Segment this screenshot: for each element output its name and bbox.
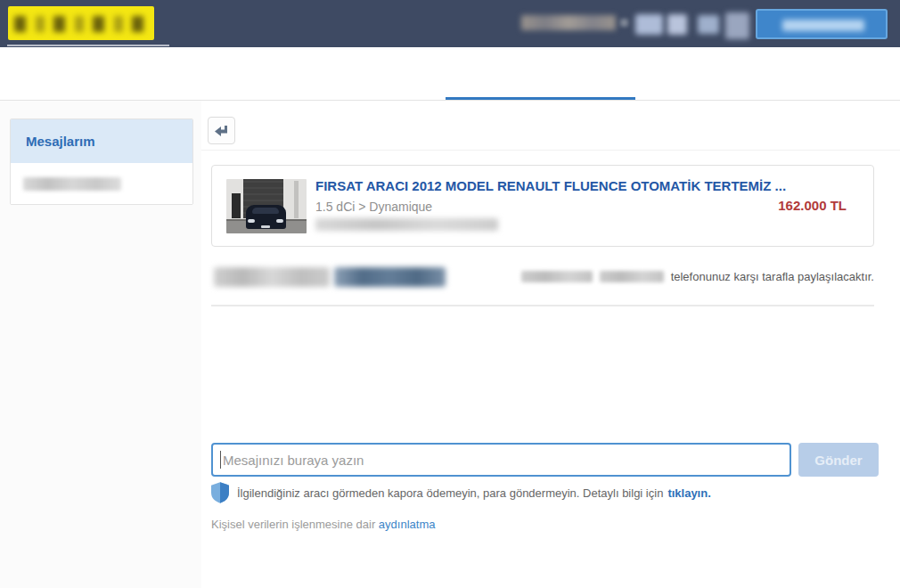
- redacted-header-icon-4[interactable]: [725, 12, 749, 39]
- listing-title[interactable]: FIRSAT ARACI 2012 MODEL RENAULT FLUENCE …: [315, 178, 786, 193]
- thumb-license-plate: [261, 225, 271, 228]
- redacted-phone-number: [600, 271, 664, 282]
- main-nav: İlan Yönetimi Mesajlar ve Bilgilendirmel…: [0, 47, 900, 101]
- redacted-listing-meta: [315, 218, 498, 231]
- thumb-side-door: [232, 193, 241, 218]
- thread-divider: [211, 305, 874, 306]
- sidebar: Mesajlarım: [0, 101, 201, 588]
- safety-note: İlgilendiğiniz aracı görmeden kapora öde…: [211, 482, 711, 503]
- kvkk-text: Kişisel verilerin işlenmesine dair: [211, 518, 375, 531]
- actions-row: telefonunuz karşı tarafla paylaşılacaktı…: [211, 267, 874, 290]
- message-panel: FIRSAT ARACI 2012 MODEL RENAULT FLUENCE …: [201, 101, 900, 588]
- shield-icon: [211, 482, 229, 503]
- safety-text: İlgilendiğiniz aracı görmeden kapora öde…: [237, 486, 663, 500]
- messages-box: Mesajlarım: [10, 118, 193, 205]
- text-caret: [220, 451, 221, 469]
- redacted-logo-text: [14, 16, 148, 32]
- message-input[interactable]: [211, 443, 791, 477]
- kvkk-note: Kişisel verilerin işlenmesine dair aydın…: [211, 518, 435, 531]
- conversation-list-item[interactable]: [11, 163, 192, 205]
- redacted-username[interactable]: [521, 15, 616, 30]
- phone-share-note: telefonunuz karşı tarafla paylaşılacaktı…: [521, 270, 874, 283]
- thumb-headlight-left: [248, 219, 255, 222]
- redacted-action-button-2[interactable]: [334, 267, 446, 287]
- redacted-conversation-name: [23, 177, 121, 191]
- app-window: İlan Yönetimi Mesajlar ve Bilgilendirmel…: [0, 0, 900, 588]
- back-arrow-icon: [214, 125, 230, 137]
- logo-underline: [7, 45, 169, 46]
- redacted-header-icon-1[interactable]: [635, 14, 663, 35]
- redacted-header-button-label: [782, 20, 864, 31]
- redacted-header-icon-3[interactable]: [698, 15, 719, 34]
- listing-thumbnail: [226, 179, 307, 233]
- send-button[interactable]: Gönder: [798, 443, 879, 477]
- active-tab-underline: [446, 97, 635, 100]
- redacted-action-button-1[interactable]: [214, 267, 330, 287]
- redacted-header-button[interactable]: [756, 9, 888, 39]
- sidebar-title: Mesajlarım: [11, 119, 192, 163]
- phone-share-text: telefonunuz karşı tarafla paylaşılacaktı…: [671, 270, 874, 283]
- thumb-car: [246, 205, 286, 229]
- thumb-pipe: [294, 181, 299, 217]
- safety-link[interactable]: tıklayın.: [667, 486, 710, 500]
- top-header: [0, 0, 900, 47]
- composer: Gönder: [211, 443, 880, 477]
- kvkk-link[interactable]: aydınlatma: [379, 518, 436, 531]
- back-button[interactable]: [208, 117, 235, 144]
- thumb-headlight-right: [276, 219, 283, 222]
- listing-card[interactable]: FIRSAT ARACI 2012 MODEL RENAULT FLUENCE …: [211, 165, 874, 247]
- redacted-separator-dot: [620, 19, 628, 27]
- panel-divider: [201, 150, 900, 151]
- redacted-header-icon-2[interactable]: [667, 14, 687, 35]
- listing-subtitle: 1.5 dCi > Dynamique: [315, 200, 432, 214]
- redacted-phone-label: [521, 271, 593, 282]
- listing-price: 162.000 TL: [778, 198, 847, 213]
- site-logo[interactable]: [8, 6, 154, 40]
